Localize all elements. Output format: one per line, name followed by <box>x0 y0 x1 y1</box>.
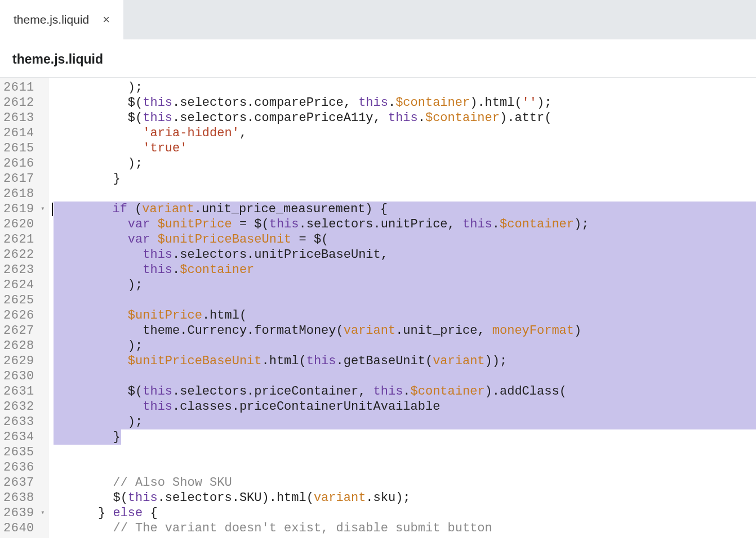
token-op: . <box>232 491 239 505</box>
code-line[interactable] <box>54 369 756 384</box>
code-line[interactable]: 'aria-hidden', <box>54 126 756 141</box>
token-op: ); <box>54 339 143 353</box>
token-id: unitPriceBaseUnit <box>254 248 380 262</box>
fold-gutter-row <box>37 141 49 156</box>
token-kw: this <box>143 248 172 262</box>
fold-gutter-row <box>37 95 49 110</box>
code-line[interactable]: if (variant.unit_price_measurement) { <box>54 202 756 217</box>
line-number: 2618 <box>3 186 34 202</box>
token-dlr: $unitPriceBaseUnit <box>158 232 292 247</box>
token-op: . <box>418 111 425 125</box>
code-line[interactable]: theme.Currency.formatMoney(variant.unit_… <box>54 323 756 338</box>
token-op: . <box>180 324 187 338</box>
token-op: } <box>54 506 113 520</box>
code-line[interactable]: // Also Show SKU <box>54 475 756 490</box>
code-line[interactable]: ); <box>54 338 756 353</box>
token-op <box>150 217 157 231</box>
token-op <box>54 308 128 323</box>
code-line[interactable]: 'true' <box>54 141 756 156</box>
code-editor[interactable]: 2611261226132614261526162617261826192620… <box>0 78 756 538</box>
token-op: ). <box>470 96 484 110</box>
code-area[interactable]: ); $(this.selectors.comparePrice, this.$… <box>49 78 756 538</box>
token-op <box>54 354 128 368</box>
code-line[interactable] <box>54 460 756 475</box>
token-op: ) <box>574 324 581 338</box>
token-op: ( <box>559 384 567 399</box>
code-line[interactable]: $(this.selectors.comparePriceA11y, this.… <box>54 110 756 126</box>
tab-theme-js-liquid[interactable]: theme.js.liquid × <box>0 0 123 39</box>
token-op: , <box>381 248 388 262</box>
token-kw: var <box>128 217 150 231</box>
token-id: html <box>485 96 515 110</box>
token-op: ( <box>306 491 314 505</box>
token-op: . <box>232 400 239 414</box>
token-op <box>54 400 143 414</box>
token-op: . <box>247 111 254 125</box>
token-op: ( <box>514 96 522 110</box>
token-id: comparePriceA11y <box>254 111 373 125</box>
token-id: unit_price_measurement <box>202 202 365 216</box>
line-number: 2632 <box>3 399 34 414</box>
token-dlr: $unitPrice <box>158 217 232 231</box>
line-number: 2637 <box>3 475 34 490</box>
code-line[interactable]: this.selectors.unitPriceBaseUnit, <box>54 247 756 262</box>
token-kw: this <box>373 384 403 399</box>
code-line[interactable]: ); <box>54 156 756 171</box>
line-number: 2623 <box>3 262 34 278</box>
token-op: $( <box>54 491 128 505</box>
token-op: . <box>403 384 410 399</box>
token-cmt: // Also Show SKU <box>113 476 232 490</box>
code-line[interactable]: $(this.selectors.SKU).html(variant.sku); <box>54 490 756 505</box>
code-line[interactable] <box>54 445 756 460</box>
code-line[interactable]: $(this.selectors.priceContainer, this.$c… <box>54 384 756 399</box>
line-number: 2615 <box>3 141 34 156</box>
token-op <box>54 248 143 262</box>
token-id: unit_price <box>403 324 477 338</box>
token-op: . <box>299 217 306 231</box>
code-line[interactable]: this.classes.priceContainerUnitAvailable <box>54 399 756 414</box>
token-dlr: $unitPrice <box>128 308 202 323</box>
code-line[interactable]: $unitPrice.html( <box>54 308 756 323</box>
code-line[interactable]: ); <box>54 414 756 429</box>
token-op: = $( <box>291 232 328 247</box>
token-kw: this <box>143 96 172 110</box>
code-line[interactable]: $unitPriceBaseUnit.html(this.getBaseUnit… <box>54 353 756 369</box>
token-op: . <box>158 491 165 505</box>
fold-gutter: ▾▾ <box>37 78 49 538</box>
line-number: 2631 <box>3 384 34 399</box>
token-op: ). <box>262 491 277 505</box>
line-number: 2625 <box>3 293 34 308</box>
token-op <box>54 324 143 338</box>
close-icon[interactable]: × <box>103 14 110 26</box>
token-dlr: $container <box>395 96 470 110</box>
token-kw: var <box>128 232 150 247</box>
code-line[interactable]: } <box>54 171 756 186</box>
code-line[interactable]: } <box>54 429 756 445</box>
code-line[interactable] <box>54 186 756 202</box>
line-number: 2640 <box>3 521 34 536</box>
code-line[interactable]: this.$container <box>54 262 756 278</box>
line-number: 2630 <box>3 369 34 384</box>
code-line[interactable]: var $unitPriceBaseUnit = $( <box>54 232 756 247</box>
code-line[interactable]: ); <box>54 278 756 293</box>
fold-gutter-row <box>37 490 49 505</box>
code-line[interactable]: ); <box>54 80 756 95</box>
code-line[interactable]: $(this.selectors.comparePrice, this.$con… <box>54 95 756 110</box>
code-line[interactable]: var $unitPrice = $(this.selectors.unitPr… <box>54 217 756 232</box>
code-line[interactable] <box>54 293 756 308</box>
fold-toggle-icon[interactable]: ▾ <box>37 505 49 521</box>
token-dlr: $container <box>425 111 500 125</box>
line-number: 2614 <box>3 126 34 141</box>
code-line[interactable]: // The variant doesn't exist, disable su… <box>54 521 756 536</box>
token-id: sku <box>373 491 396 505</box>
fold-gutter-row <box>37 475 49 490</box>
fold-toggle-icon[interactable]: ▾ <box>37 202 49 217</box>
code-line[interactable]: } else { <box>54 505 756 521</box>
fold-gutter-row <box>37 126 49 141</box>
fold-gutter-row <box>37 232 49 247</box>
token-op <box>53 202 113 216</box>
token-op: } <box>54 172 121 186</box>
fold-gutter-row <box>37 308 49 323</box>
fold-gutter-row <box>37 110 49 126</box>
token-op: $( <box>54 96 143 110</box>
